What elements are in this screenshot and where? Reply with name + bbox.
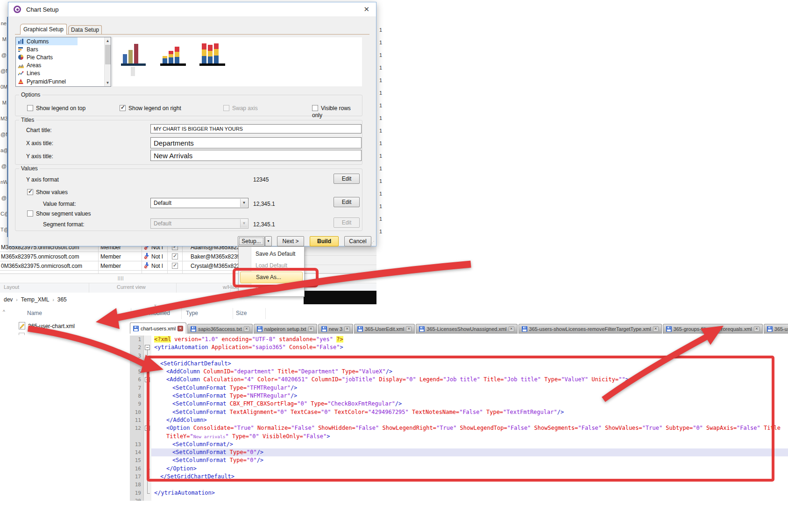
chevron-down-icon[interactable]: ▼: [240, 199, 248, 207]
close-tab-icon[interactable]: ✕: [406, 326, 412, 332]
tab-graphical-setup[interactable]: Graphical Setup: [20, 24, 67, 35]
code-token: Application=: [208, 344, 252, 350]
file-name[interactable]: 365-user-chart.xml: [28, 323, 75, 329]
column-header-date-modified[interactable]: Date modified: [135, 310, 170, 316]
dialog-titlebar[interactable]: Chart Setup ✕: [8, 2, 376, 16]
row-checkbox[interactable]: [172, 253, 178, 259]
setup-button[interactable]: Setup...: [238, 236, 265, 246]
chart-type-list[interactable]: ColumnsBarsPie ChartsAreasLinesPyramid/F…: [15, 37, 111, 87]
resize-grip[interactable]: ⋰: [370, 240, 375, 245]
option-show-legend-on-right[interactable]: Show legend on right: [120, 105, 181, 112]
chart-type-item-lines[interactable]: Lines: [16, 70, 111, 77]
code-token: [218, 336, 221, 343]
breadcrumb-item-365[interactable]: 365: [57, 296, 68, 303]
chart-preview-columns[interactable]: [123, 42, 138, 63]
code-token: Console=: [286, 344, 316, 350]
x-axis-title-input[interactable]: [150, 137, 362, 148]
preview-ghost-bar: [131, 67, 135, 76]
row-checkbox[interactable]: [172, 263, 178, 269]
cancel-button[interactable]: Cancel: [344, 236, 371, 246]
scroll-up-icon[interactable]: ▲: [105, 37, 111, 44]
column-header-name[interactable]: Name: [27, 310, 42, 316]
close-tab-icon[interactable]: ✕: [244, 326, 249, 332]
license-status: Not l: [151, 253, 163, 260]
line-number: 13: [130, 441, 144, 448]
close-tab-icon[interactable]: ✕: [653, 326, 659, 332]
fold-box-icon[interactable]: −: [145, 345, 150, 350]
build-button[interactable]: Build: [310, 236, 339, 246]
next-button[interactable]: Next >: [277, 236, 304, 246]
edit-y-axis-format-button[interactable]: Edit: [334, 174, 360, 184]
checkbox[interactable]: [312, 105, 318, 111]
code-line[interactable]: 19</ytriaAutomation>: [130, 489, 788, 497]
editor-tab-365-licensesshowunassigned-xml[interactable]: 365-LicensesShowUnassigned.xml✕: [416, 324, 517, 334]
scroll-thumb[interactable]: [105, 45, 111, 64]
checkbox[interactable]: [27, 105, 33, 111]
code-line[interactable]: 18: [130, 481, 788, 489]
code-line[interactable]: 20: [130, 497, 788, 501]
ribbon-label-current-view: Current view: [117, 284, 146, 290]
column-header-type[interactable]: Type: [186, 310, 198, 316]
column-header-size[interactable]: Size: [236, 310, 247, 316]
editor-tab-365-user-chart-xml[interactable]: 365-user-chart.xml✕: [764, 324, 788, 334]
menu-item-save-as-default[interactable]: Save As Default: [239, 248, 304, 260]
editor-tab-nalpeiron-setup-txt[interactable]: nalpeiron setup.txt✕: [254, 324, 317, 334]
scroll-down-icon[interactable]: ▼: [105, 79, 111, 86]
line-number: 9: [130, 400, 144, 408]
checkbox[interactable]: [27, 189, 33, 195]
chart-type-item-columns[interactable]: Columns: [16, 37, 78, 45]
chart-type-item-pyramid-funnel[interactable]: Pyramid/Funnel: [16, 77, 111, 85]
checkbox[interactable]: [120, 105, 126, 111]
close-tab-icon[interactable]: ✕: [344, 326, 350, 332]
code-line[interactable]: 1<?xml version="1.0" encoding="UTF-8" st…: [130, 336, 788, 343]
chart-type-item-bars[interactable]: Bars: [16, 45, 111, 53]
option-show-legend-on-top[interactable]: Show legend on top: [27, 105, 85, 112]
file-row[interactable]: 365-user-chart.xml: [0, 321, 131, 333]
close-tab-icon[interactable]: ✕: [509, 326, 514, 332]
y-axis-title-input[interactable]: [150, 150, 362, 161]
close-tab-icon[interactable]: ✕: [177, 326, 183, 331]
breadcrumb-item-dev[interactable]: dev: [3, 296, 14, 303]
scrollbar[interactable]: ▲ ▼: [104, 37, 111, 86]
group-legend: Options: [19, 91, 42, 98]
editor-tab-365-useredit-xml[interactable]: 365-UserEdit.xml✕: [354, 324, 415, 334]
splitter-handle[interactable]: ||||: [118, 276, 124, 280]
edit-segment-format-button: Edit: [334, 217, 360, 228]
checkbox-label: Swap axis: [232, 105, 258, 112]
option-swap-axis[interactable]: Swap axis: [223, 105, 258, 112]
code-line[interactable]: 2−<ytriaAutomation Application="sapio365…: [130, 343, 788, 351]
chart-type-label: Bars: [27, 46, 38, 53]
close-icon[interactable]: ✕: [363, 5, 369, 14]
group-legend: Values: [19, 165, 40, 172]
editor-tab-365-groups-filter-afterorequals-xml[interactable]: 365-groups-filter-afterorequals.xml✕: [663, 324, 763, 334]
fold-marker[interactable]: −: [144, 343, 151, 351]
breadcrumb-item-temp-xml[interactable]: Temp_XML: [20, 296, 50, 303]
edit-value-format-button[interactable]: Edit: [334, 197, 360, 207]
checkbox[interactable]: [27, 210, 33, 217]
close-tab-icon[interactable]: ✕: [754, 326, 760, 332]
show-values-checkbox[interactable]: Show values: [27, 189, 68, 196]
background-text-fragment: 1: [379, 27, 382, 33]
option-visible-rows-only[interactable]: Visible rows only: [312, 105, 362, 112]
tab-data-setup[interactable]: Data Setup: [68, 25, 102, 35]
close-tab-icon[interactable]: ✕: [308, 326, 314, 332]
chart-preview-stacked-full[interactable]: [202, 43, 219, 63]
chevron-up-icon[interactable]: ^: [3, 309, 5, 315]
tab-label: 365-UserEdit.xml: [365, 326, 404, 332]
not-licensed-icon: [144, 262, 150, 270]
chart-type-item-pie-charts[interactable]: Pie Charts: [16, 53, 111, 61]
show-segment-values-checkbox[interactable]: Show segment values: [27, 210, 91, 217]
editor-tab-chart-users-xml[interactable]: chart-users.xml✕: [130, 322, 186, 334]
tab-label: 365-users-showLicenses-removeFilterTarge…: [529, 326, 651, 332]
editor-tab-365-users-showlicenses-removefiltertargettype-xml[interactable]: 365-users-showLicenses-removeFilterTarge…: [518, 324, 662, 334]
chart-preview-stacked[interactable]: [163, 47, 179, 63]
pane-splitter[interactable]: ||||: [0, 273, 376, 283]
member-type: Member: [100, 263, 121, 269]
editor-tab-new-3[interactable]: new 3✕: [318, 324, 353, 334]
value-format-combobox[interactable]: Default▼: [150, 198, 248, 208]
chart-title-input[interactable]: [150, 124, 362, 133]
setup-dropdown-arrow[interactable]: ▾: [265, 236, 272, 246]
editor-tab-sapio365access-txt[interactable]: sapio365access.txt✕: [187, 324, 253, 334]
chart-type-label: Lines: [27, 70, 40, 77]
chart-type-item-areas[interactable]: Areas: [16, 62, 111, 70]
